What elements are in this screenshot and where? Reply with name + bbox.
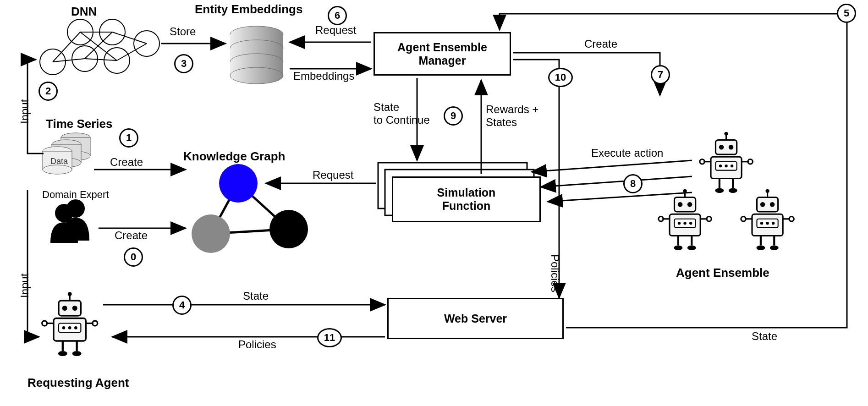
svg-rect-57	[716, 140, 737, 155]
svg-line-31	[211, 183, 238, 234]
edge-store: Store	[170, 25, 196, 38]
svg-rect-99	[757, 219, 778, 228]
svg-rect-22	[61, 137, 90, 156]
knowledge-graph-icon	[192, 164, 308, 253]
edge-state-5: State	[752, 330, 777, 343]
svg-line-123	[548, 192, 692, 202]
svg-point-29	[43, 165, 72, 174]
svg-line-6	[53, 32, 80, 62]
agent-ensemble-manager-label: Agent Ensemble Manager	[397, 41, 487, 67]
edge-rewards-states: Rewards + States	[486, 103, 538, 129]
svg-line-12	[112, 32, 147, 44]
step-4: 4	[172, 296, 192, 315]
svg-rect-81	[675, 219, 696, 228]
svg-point-41	[68, 292, 72, 296]
svg-point-26	[52, 158, 81, 167]
svg-rect-63	[716, 162, 737, 170]
svg-point-4	[104, 48, 130, 73]
svg-line-13	[117, 44, 147, 60]
svg-rect-62	[711, 157, 742, 178]
edge-create-ensemble: Create	[584, 38, 617, 50]
edge-request-kg: Request	[313, 169, 353, 181]
svg-point-68	[700, 159, 705, 165]
svg-point-46	[62, 326, 66, 329]
svg-point-92	[687, 246, 696, 251]
svg-point-37	[66, 199, 85, 218]
svg-point-52	[93, 321, 98, 326]
requesting-agent-icon	[42, 292, 98, 356]
time-series-icon: Data	[43, 133, 90, 174]
svg-point-47	[68, 326, 71, 329]
agent-ensemble-label: Agent Ensemble	[676, 266, 769, 280]
svg-point-91	[674, 246, 682, 251]
svg-point-83	[683, 222, 686, 225]
svg-rect-15	[230, 34, 283, 48]
svg-point-95	[765, 189, 769, 193]
svg-rect-17	[230, 48, 283, 62]
svg-line-121	[532, 160, 692, 172]
svg-point-18	[230, 54, 283, 70]
svg-point-66	[731, 165, 733, 167]
svg-rect-98	[752, 214, 783, 236]
time-series-label: Time Series	[46, 117, 113, 131]
svg-point-102	[772, 222, 775, 225]
svg-point-42	[62, 306, 67, 311]
svg-point-106	[789, 217, 794, 222]
svg-point-79	[687, 202, 692, 207]
simulation-function-box: Simulation Function	[392, 176, 541, 222]
svg-point-34	[219, 164, 258, 203]
svg-point-24	[52, 140, 81, 149]
svg-point-77	[683, 189, 687, 193]
step-3: 3	[174, 54, 193, 73]
edge-policies-out: Policies	[238, 338, 276, 351]
dnn-label: DNN	[71, 5, 97, 19]
svg-line-7	[53, 59, 85, 62]
svg-point-3	[99, 19, 125, 45]
step-7: 7	[651, 65, 670, 84]
dnn-icon	[40, 19, 159, 75]
step-9: 9	[444, 106, 463, 126]
edge-state-4: State	[243, 290, 269, 302]
step-8: 8	[623, 174, 643, 193]
edge-request-emb: Request	[315, 24, 356, 37]
svg-rect-19	[230, 62, 283, 76]
step-6: 6	[328, 6, 347, 25]
svg-point-86	[659, 217, 664, 222]
svg-rect-39	[59, 301, 81, 316]
svg-rect-28	[43, 151, 72, 170]
svg-point-65	[725, 165, 727, 167]
svg-point-14	[230, 26, 283, 43]
svg-point-56	[72, 351, 82, 356]
svg-rect-45	[59, 324, 81, 333]
edge-state-continue: State to Continue	[374, 101, 430, 126]
edge-embeddings: Embeddings	[293, 70, 354, 82]
svg-rect-75	[675, 198, 696, 212]
svg-rect-80	[670, 214, 700, 236]
svg-line-11	[80, 32, 117, 60]
svg-line-122	[541, 176, 692, 187]
step-11: 11	[317, 328, 342, 347]
step-5: 5	[837, 4, 856, 23]
svg-text:Data: Data	[50, 157, 68, 166]
domain-expert-label: Domain Expert	[42, 189, 109, 201]
svg-point-43	[72, 306, 77, 311]
svg-point-96	[760, 202, 765, 207]
svg-point-0	[40, 49, 66, 75]
svg-rect-25	[52, 144, 81, 163]
svg-rect-44	[54, 318, 86, 341]
svg-point-38	[55, 204, 73, 222]
edge-create-expert: Create	[115, 229, 148, 242]
svg-point-70	[748, 159, 753, 165]
requesting-agent-label: Requesting Agent	[27, 376, 129, 390]
svg-line-10	[85, 59, 117, 60]
svg-point-104	[741, 217, 746, 222]
svg-point-82	[678, 222, 681, 225]
svg-point-74	[729, 188, 737, 193]
svg-point-50	[42, 321, 47, 326]
svg-point-5	[134, 31, 159, 56]
step-1: 1	[119, 128, 138, 148]
svg-point-100	[760, 222, 763, 225]
svg-point-109	[756, 246, 765, 251]
web-server-label: Web Server	[444, 312, 507, 325]
svg-point-2	[72, 46, 98, 71]
